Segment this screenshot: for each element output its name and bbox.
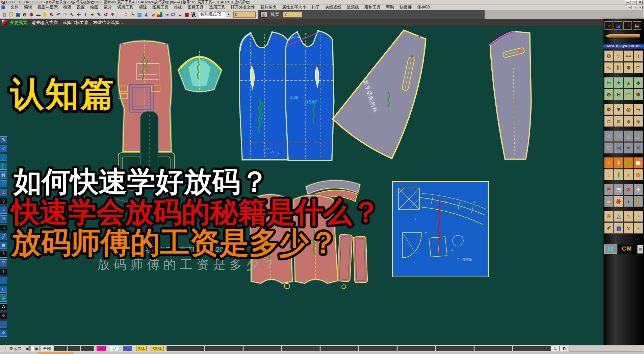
grid-hatch-icon[interactable]: ▦ [0,294,7,302]
unit-label[interactable]: CM [618,244,637,254]
screen-display-icon[interactable]: ▬ [35,11,42,18]
text-a-icon[interactable]: A [0,303,7,310]
cross-tool-icon[interactable]: ✚ [634,184,643,195]
green-bar-icon[interactable]: ▍ [0,163,7,170]
triangle-icon[interactable]: ◁ [0,145,7,152]
arc-shape-icon[interactable]: ◠ [634,62,643,73]
pan-hand-icon[interactable]: ✋ [42,11,48,18]
double-dart-icon[interactable]: ◭ [624,131,633,142]
zoom-in-icon[interactable]: ⊕ [28,11,35,18]
floppy-icon[interactable]: ▤ [0,242,7,249]
status-corner-button[interactable] [1,346,5,351]
menu-shortcuts[interactable]: 快捷键 [397,4,414,10]
curve-flag-icon[interactable]: ◪ [614,21,622,30]
redo-icon[interactable]: ↷ [62,11,69,18]
menu-help[interactable]: 帮助 [383,4,397,10]
axis-lx-icon[interactable]: ∟ [0,286,7,293]
circle-split-icon[interactable]: ⊘ [624,184,633,195]
cut-paper-icon[interactable]: ✄ [614,89,623,100]
blue-diamonds-icon[interactable]: ✦ [614,77,623,88]
angle-measure-icon[interactable]: ⊿ [150,11,156,18]
symmetry-icon[interactable]: Ψ [109,11,116,18]
shape-outline-icon[interactable]: ❖ [0,312,7,319]
black-blob-icon[interactable]: ◖ [624,196,633,207]
right-size-button[interactable]: R [560,346,568,351]
settings-text-icon[interactable]: 设 [190,11,197,18]
palette-icon[interactable]: ◉ [634,196,643,207]
curve-measure-icon[interactable]: ≈ [624,211,633,222]
menu-button-tool[interactable]: 扣子 [309,4,323,10]
pen-icon[interactable]: ✎ [96,11,102,18]
menu-attr-text-size[interactable]: 属性文字大小 [279,4,309,10]
zoom-out-icon[interactable]: ⊖ [21,11,28,18]
funnel-icon[interactable]: ▼ [0,268,7,275]
clock-tool-icon[interactable]: ◔ [623,21,632,30]
spiral-icon[interactable]: ◎ [624,104,633,115]
perpendicular-icon[interactable]: ∟ [116,11,123,18]
maximize-button[interactable]: □ [631,0,637,4]
lightning-icon[interactable]: ϟ [129,11,136,18]
menu-check[interactable]: 检查 [60,4,74,10]
menu-wave-line[interactable]: 波浪线 [344,4,362,10]
burst-icon[interactable]: ✸ [634,89,643,100]
menu-settings[interactable]: 设置 [74,4,87,10]
child-restore-button[interactable]: □ [633,5,637,9]
brush-tool-icon[interactable]: ✑ [604,21,613,30]
dots-curve-icon[interactable]: ∵ [614,50,623,62]
wave-lines-icon[interactable]: ≀ [634,50,643,62]
window-down-icon[interactable]: ↧ [614,157,623,168]
prev-arrow-button[interactable]: ◀ [25,346,30,351]
plumb-bob-icon[interactable]: ▼ [614,104,623,115]
menu-select-tools[interactable]: 选用工具 [206,4,228,10]
modify-length-icon[interactable]: Ⅰ [82,11,89,18]
rotate-view-icon[interactable]: ↻ [48,11,55,18]
menu-save08[interactable]: 保存08 [414,4,432,10]
child-close-button[interactable]: ✕ [638,5,643,9]
menu-cut-expand-tools[interactable]: 切展工具 [114,4,136,10]
new-file-icon[interactable]: ▯ [1,11,8,18]
house-icon[interactable]: ⌂ [0,224,7,231]
corner-axis-icon[interactable]: ┗ [0,251,7,258]
circle-measure-icon[interactable]: ◔ [634,211,643,222]
scrap-piece-icon[interactable]: ◈ [634,116,643,127]
offset-input[interactable] [233,11,256,18]
scrollbar-thumb[interactable] [37,352,74,354]
menu-pattern-tools[interactable]: 图案工具 [150,4,171,10]
parallel-icon[interactable]: = [123,11,129,18]
menu-open-external[interactable]: 打开外发文件 [228,4,258,10]
percent-line-icon[interactable]: % [0,215,7,222]
box-pleats-icon[interactable]: 〣 [614,131,623,142]
pleat-fold-icon[interactable]: ⋈ [614,142,623,154]
help-icon[interactable]: ? [0,198,7,205]
bee-tool-icon[interactable]: ❋ [624,62,633,73]
calculator-icon[interactable]: ▦ [614,222,623,234]
size-xxxl-button[interactable]: XXXL [151,346,164,351]
line-width-input[interactable] [283,11,302,18]
menu-custom-tools[interactable]: 定制工具 [362,4,383,10]
leaf-dart-icon[interactable]: ✒ [624,142,633,154]
all-sizes-label[interactable]: 全部 [41,346,53,351]
horizontal-scrollbar[interactable] [0,352,644,354]
drill-tool-icon[interactable]: ⊕ [604,89,614,100]
grid-m-icon[interactable]: ▦ [183,11,190,18]
fan-pleats-icon[interactable]: ⋔ [604,131,614,142]
minimize-button[interactable]: — [625,0,630,4]
mountain-dart-icon[interactable]: ▲ [624,77,633,88]
torn-piece-icon[interactable]: ◆ [624,116,633,127]
tape-measure-icon[interactable]: ✇ [604,211,614,222]
size-xxl-button[interactable]: XXL [136,346,147,351]
curve-graph-icon[interactable]: ∿ [604,62,614,73]
left-size-button[interactable]: L [551,346,560,351]
pleat-green-icon[interactable]: ∥ [614,169,623,180]
patch-tool-icon[interactable]: 补 [614,196,623,207]
child-minimize-button[interactable]: — [627,5,632,9]
blob-fill-icon[interactable]: ● [0,207,7,214]
layers-tool-icon[interactable]: ▤ [633,21,641,30]
orange-panel-icon[interactable]: ▥ [634,169,643,180]
rotate-piece-icon[interactable]: ↺ [102,11,109,18]
color-grid-icon[interactable] [157,12,162,17]
pleat-marks-icon[interactable]: 川 [614,62,623,73]
funnel-small-icon[interactable]: ▽ [0,259,7,266]
dart-icon[interactable]: △ [634,131,643,142]
nested-squares-orange-icon[interactable]: 回 [0,189,7,196]
